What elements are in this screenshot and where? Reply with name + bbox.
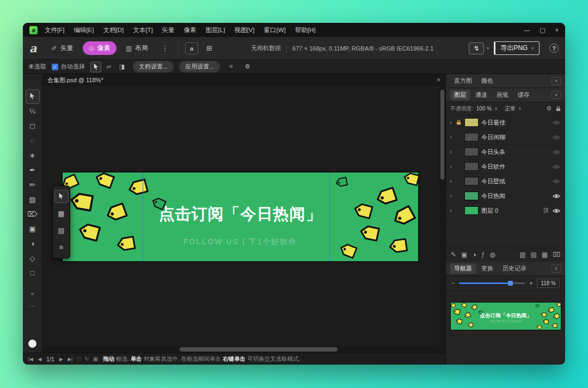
new-pixel-layer-icon[interactable]: ▧ — [519, 251, 525, 258]
delete-layer-icon[interactable]: ⌧ — [553, 251, 560, 258]
toolbar-overflow-icon[interactable]: ⋮ — [158, 42, 171, 54]
zoom-slider[interactable] — [459, 282, 525, 284]
menu-item[interactable]: 文件[F] — [45, 26, 64, 34]
menu-item[interactable]: 像素 — [184, 26, 197, 34]
canvas[interactable]: 点击订阅「今日热闻」 FOLLOW US | 下1个好软件 ▦ — [42, 86, 445, 346]
layer-thumbnail[interactable] — [464, 162, 479, 171]
pixel-persona-button[interactable]: ⊙ 像素 — [83, 41, 117, 55]
expand-arrow-icon[interactable]: › — [450, 192, 454, 200]
crop-tool[interactable]: ¼ — [26, 104, 40, 119]
layout-persona-button[interactable]: ▥ 布局 — [120, 41, 154, 55]
menu-item[interactable]: 文本[T] — [133, 26, 152, 34]
panel-tab[interactable]: 历史记录 — [499, 263, 530, 274]
menu-item[interactable]: 窗口[W] — [264, 26, 285, 34]
visibility-eye-icon[interactable] — [552, 194, 561, 199]
page-prev-button[interactable]: ◀ — [38, 356, 42, 362]
layer-thumbnail[interactable] — [464, 206, 479, 215]
blend-chevron-icon[interactable]: ∨ — [518, 106, 522, 111]
checkbox-check-icon[interactable]: ✓ — [52, 64, 58, 70]
banner-art[interactable]: 点击订阅「今日热闻」 FOLLOW US | 下1个好软件 — [62, 171, 419, 262]
panel-tab[interactable]: 通道 — [471, 90, 491, 100]
layer-thumbnail[interactable] — [464, 147, 479, 156]
edit-all-layers-icon[interactable]: ✎ — [451, 251, 456, 258]
layer-effects-icon[interactable]: ◍ — [489, 251, 495, 258]
snap-grid-icon[interactable]: ⌗ — [225, 61, 236, 72]
maximize-button[interactable]: ▢ — [540, 27, 545, 34]
settings-gear-icon[interactable]: ⚙ — [242, 61, 253, 72]
layer-row[interactable]: › 图层 0 汉 — [446, 204, 565, 218]
panel-tab[interactable]: 变换 — [477, 263, 497, 274]
zoom-value[interactable]: 118 % — [537, 279, 560, 288]
help-button[interactable]: ? — [549, 44, 559, 53]
page-first-button[interactable]: |◀ — [28, 356, 33, 362]
layer-label[interactable]: 今日最佳 — [481, 119, 505, 127]
tools-more-button[interactable]: » — [29, 288, 35, 299]
quick-menu-button[interactable]: ↯ ∨ — [469, 42, 489, 54]
layer-thumbnail[interactable] — [464, 177, 479, 186]
export-png-button[interactable]: 导出PNG ∨ — [494, 41, 540, 55]
tools-dots-button[interactable]: … — [29, 299, 35, 310]
export-chevron-icon[interactable]: ∨ — [531, 46, 534, 51]
mask-layer-icon[interactable]: ▣ — [461, 251, 467, 258]
visibility-eye-icon[interactable] — [552, 135, 561, 140]
page-next-button[interactable]: ▶ — [59, 356, 63, 362]
live-filter-icon[interactable]: ƒ — [481, 251, 485, 258]
dodge-tool[interactable]: ◑ — [26, 236, 40, 251]
horizontal-scrollbar-thumb[interactable] — [180, 347, 338, 352]
selection-brush-tool[interactable]: ∗ — [26, 148, 40, 163]
expand-arrow-icon[interactable]: › — [450, 177, 454, 185]
layer-label[interactable]: 今日热闻 — [481, 192, 505, 200]
layer-row[interactable]: › 今日壁纸 — [446, 174, 565, 189]
clone-tool[interactable]: ▣ — [26, 221, 40, 236]
menu-item[interactable]: 文档[D] — [103, 26, 124, 34]
layer-row[interactable]: › 今日软件 — [446, 159, 565, 174]
zoom-slider-thumb[interactable] — [508, 281, 513, 286]
document-tab[interactable]: 合集图.psd @ 118%* — [47, 76, 103, 84]
expand-arrow-icon[interactable]: › — [450, 163, 454, 170]
move-tool[interactable] — [26, 89, 40, 104]
panel-tab[interactable]: 画笔 — [493, 90, 512, 100]
visibility-eye-icon[interactable] — [552, 179, 561, 184]
new-group-icon[interactable]: ▤ — [530, 251, 536, 258]
layer-thumbnail[interactable] — [464, 192, 479, 200]
layer-row[interactable]: › 今日最佳 — [446, 115, 565, 130]
popup-stack-tool[interactable]: ≡ — [54, 241, 69, 254]
zoom-in-button[interactable]: + — [529, 280, 532, 286]
lasso-tool[interactable]: ◌ — [26, 133, 40, 148]
expand-arrow-icon[interactable]: › — [450, 133, 454, 141]
vector-persona-button[interactable]: ✐ 矢量 — [46, 41, 79, 55]
auto-trace-button[interactable]: a — [185, 42, 198, 54]
adjustment-layer-icon[interactable]: ◑ — [472, 251, 476, 258]
visibility-eye-icon[interactable] — [552, 208, 561, 213]
minimize-button[interactable]: — — [524, 27, 530, 33]
blend-mode-select[interactable]: 正常 — [505, 105, 516, 113]
menu-item[interactable]: 图层[L] — [206, 26, 225, 34]
move-select-button[interactable] — [90, 61, 101, 72]
panel-tab[interactable]: 缓存 — [514, 90, 534, 100]
layer-label[interactable]: 今日头条 — [481, 148, 505, 156]
page-last-button[interactable]: ▶| — [68, 356, 72, 362]
document-settings-button[interactable]: 文档设置... — [133, 61, 174, 72]
panel-tab[interactable]: 直方图 — [450, 76, 476, 86]
new-grid-button[interactable]: ⊞ — [203, 42, 216, 54]
snapshot-icon[interactable]: □ — [77, 356, 81, 362]
panel-tab[interactable]: 图层 — [450, 90, 470, 100]
layer-thumbnail[interactable] — [464, 118, 479, 127]
vertical-scrollbar-thumb[interactable] — [440, 90, 444, 180]
refresh-icon[interactable]: ↻ — [84, 356, 89, 362]
opacity-chevron-icon[interactable]: ∨ — [494, 106, 498, 111]
menu-item[interactable]: 视图[V] — [234, 26, 254, 34]
rectangle-tool[interactable]: □ — [26, 266, 40, 280]
auto-select-checkbox[interactable]: ✓ 自动选择 — [52, 63, 85, 71]
close-button[interactable]: × — [555, 27, 559, 33]
layer-row[interactable]: › 今日头条 — [446, 145, 565, 159]
layer-thumbnail[interactable] — [464, 133, 479, 141]
zoom-out-button[interactable]: − — [451, 280, 455, 286]
horizontal-scrollbar[interactable] — [42, 346, 445, 353]
popup-table-tool[interactable]: ▤ — [54, 224, 69, 237]
popup-grid-tool[interactable]: ▦ — [54, 207, 69, 220]
quick-menu-chevron-icon[interactable]: ∨ — [486, 46, 489, 51]
expand-arrow-icon[interactable]: › — [450, 148, 454, 156]
layer-label[interactable]: 今日闲聊 — [481, 133, 505, 141]
visibility-eye-icon[interactable] — [552, 164, 561, 169]
